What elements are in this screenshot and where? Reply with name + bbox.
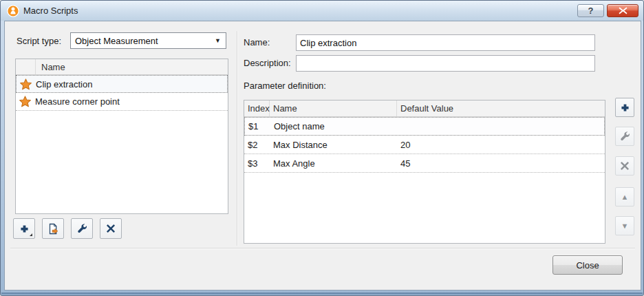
list-item[interactable]: Measure corner point <box>16 93 228 111</box>
table-row[interactable]: $2 Max Distance 20 <box>244 136 605 154</box>
column-header-name: Name <box>270 101 397 116</box>
add-script-button[interactable] <box>13 218 35 239</box>
move-up-button[interactable]: ▲ <box>615 187 634 207</box>
name-input[interactable] <box>296 34 595 51</box>
list-header-star-column <box>16 59 36 74</box>
script-type-value: Object Measurement <box>75 36 158 46</box>
app-icon <box>7 5 19 17</box>
plus-icon <box>620 103 630 113</box>
list-item-label: Clip extraction <box>36 79 92 89</box>
parameter-table: Index Name Default Value $1 Object name … <box>244 100 605 244</box>
name-label: Name: <box>244 37 270 47</box>
description-input[interactable] <box>296 55 595 72</box>
delete-script-button[interactable] <box>100 218 122 239</box>
macro-scripts-dialog: Macro Scripts ? Script type: Object Meas… <box>0 0 644 296</box>
delete-parameter-button[interactable] <box>615 156 634 176</box>
titlebar[interactable]: Macro Scripts ? <box>1 1 643 21</box>
cell-index: $1 <box>245 121 270 131</box>
list-item-label: Measure corner point <box>35 96 120 107</box>
script-type-dropdown[interactable]: Object Measurement ▼ <box>70 32 226 49</box>
script-list-header: Name <box>16 59 228 75</box>
panel-divider <box>237 31 237 246</box>
cell-name: Object name <box>270 121 398 131</box>
x-icon <box>106 224 116 233</box>
star-icon <box>20 78 32 90</box>
edit-script-button[interactable] <box>71 218 93 239</box>
star-icon <box>19 96 31 107</box>
x-icon <box>620 161 630 171</box>
cell-name: Max Distance <box>270 140 397 150</box>
edit-parameter-button[interactable] <box>615 127 634 146</box>
help-icon: ? <box>588 6 594 16</box>
table-row[interactable]: $3 Max Angle 45 <box>244 154 605 173</box>
dialog-body: Script type: Object Measurement ▼ Name C… <box>4 21 641 290</box>
help-button[interactable]: ? <box>577 4 604 17</box>
cell-name: Max Angle <box>270 158 397 169</box>
dropdown-corner-icon <box>30 233 32 236</box>
export-script-button[interactable] <box>42 218 64 239</box>
parameter-table-header: Index Name Default Value <box>244 101 605 117</box>
wrench-icon <box>77 224 87 234</box>
description-label: Description: <box>244 58 291 68</box>
list-item[interactable]: Clip extraction <box>16 75 228 93</box>
up-arrow-icon: ▲ <box>621 193 629 201</box>
window-close-button[interactable] <box>607 4 638 17</box>
script-type-label: Script type: <box>17 36 61 46</box>
down-arrow-icon: ▼ <box>621 222 629 230</box>
table-row[interactable]: $1 Object name <box>244 117 605 136</box>
cell-default-value: 45 <box>397 158 605 169</box>
window-title: Macro Scripts <box>23 6 78 16</box>
footer-divider <box>10 248 635 249</box>
list-header-name: Name <box>36 59 228 74</box>
document-export-icon <box>47 223 59 235</box>
close-icon <box>619 7 627 14</box>
close-button[interactable]: Close <box>552 255 623 275</box>
plus-icon <box>19 224 30 234</box>
cell-default-value: 20 <box>397 140 605 150</box>
add-parameter-button[interactable] <box>615 98 634 117</box>
move-down-button[interactable]: ▼ <box>615 216 634 235</box>
column-header-index: Index <box>244 101 270 116</box>
parameter-definition-label: Parameter definition: <box>244 81 326 91</box>
cell-index: $2 <box>244 140 270 150</box>
cell-index: $3 <box>244 158 270 169</box>
script-list: Name Clip extraction Measure corner poin… <box>15 59 228 214</box>
column-header-default-value: Default Value <box>397 101 605 116</box>
chevron-down-icon: ▼ <box>215 37 221 44</box>
wrench-icon <box>620 131 630 142</box>
